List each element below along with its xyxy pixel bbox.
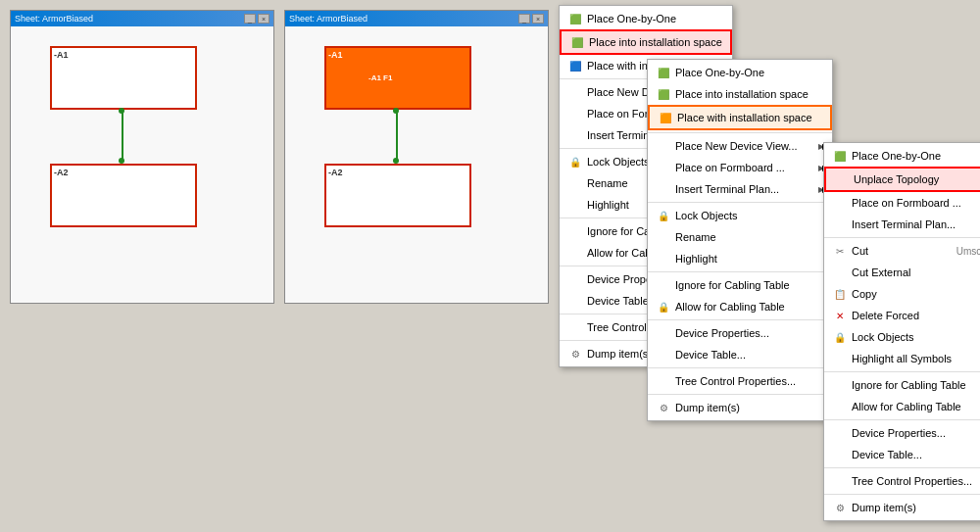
menu2-device-table[interactable]: Device Table...: [648, 344, 832, 365]
menu3-lock-objects[interactable]: 🔒 Lock Objects Strg+L: [824, 326, 980, 348]
menu3-cut-external[interactable]: Cut External: [824, 262, 980, 283]
menu2-label-formboard: Place on Formboard ...: [675, 162, 785, 173]
sep3-menu2: [648, 271, 832, 272]
sep5-menu2: [648, 367, 832, 368]
panel-close-1[interactable]: ×: [258, 14, 270, 24]
menu1-place-one-by-one[interactable]: 🟩 Place One-by-One: [560, 8, 732, 29]
tree-icon-2: [656, 373, 671, 389]
menu1-label-lock: Lock Objects: [587, 156, 650, 168]
menu2-label-rename: Rename: [675, 231, 716, 243]
device-a1-label-panel2: -A1: [328, 50, 343, 60]
menu3-tree-control[interactable]: Tree Control Properties...: [824, 470, 980, 492]
menu2-place-with-installation[interactable]: 🟧 Place with installation space: [648, 105, 832, 130]
menu2-place-new-device[interactable]: Place New Device View... ▶: [648, 135, 832, 157]
menu3-label-formboard: Place on Formboard ...: [852, 197, 961, 209]
menu2-lock-objects[interactable]: 🔒 Lock Objects: [648, 205, 832, 226]
connector-2: [396, 112, 398, 161]
panel-content-1: -A1 -A2: [11, 26, 273, 303]
menu1-place-into-installation[interactable]: 🟩 Place into installation space: [560, 29, 732, 55]
panel-minimize-2[interactable]: _: [518, 14, 530, 24]
diagram-panel-1: Sheet: ArmorBiased _ × -A1 -A2: [10, 10, 274, 304]
device-a1-panel1[interactable]: [50, 46, 197, 110]
menu3-place-one-by-one[interactable]: 🟩 Place One-by-One: [824, 145, 980, 167]
sep3-menu3: [824, 419, 980, 420]
menu1-label-dump: Dump item(s): [587, 348, 652, 360]
menu3-label-delete: Delete Forced: [852, 310, 919, 321]
menu2-device-props[interactable]: Device Properties...: [648, 322, 832, 344]
menu3-cut[interactable]: ✂ Cut Umschalt+Entf: [824, 240, 980, 262]
menu2-place-one-by-one[interactable]: 🟩 Place One-by-One: [648, 62, 832, 83]
menu3-label-lock: Lock Objects: [852, 331, 914, 343]
highlight-all-icon-3: [832, 351, 848, 366]
menu1-label-highlight: Highlight: [587, 199, 629, 211]
menu3-device-table[interactable]: Device Table...: [824, 444, 980, 465]
sep1-menu3: [824, 237, 980, 238]
unplace-icon-3: [834, 171, 850, 187]
menu2-place-formboard[interactable]: Place on Formboard ... ▶: [648, 157, 832, 178]
panel-winbtns-2: _ ×: [518, 14, 544, 24]
menu3-highlight-all[interactable]: Highlight all Symbols: [824, 348, 980, 369]
menu2-allow-cabling-table[interactable]: 🔒 Allow for Cabling Table: [648, 296, 832, 317]
terminal-icon-1: [567, 127, 583, 143]
dump-icon-3: ⚙: [832, 500, 848, 515]
ignore-cable-icon-1: [567, 223, 583, 239]
menu3-dump-items[interactable]: ⚙ Dump item(s): [824, 497, 980, 518]
sep2-menu2: [648, 202, 832, 203]
menu2-place-into-installation[interactable]: 🟩 Place into installation space: [648, 83, 832, 105]
panel-winbtns-1: _ ×: [244, 14, 270, 24]
formboard-icon-2: [656, 160, 671, 175]
place-new-icon-2: [656, 138, 671, 154]
lock-icon-1: 🔒: [567, 154, 583, 169]
menu3-place-formboard[interactable]: Place on Formboard ...: [824, 192, 980, 214]
menu2-ignore-cabling-table[interactable]: Ignore for Cabling Table: [648, 274, 832, 296]
menu3-ignore-cabling[interactable]: Ignore for Cabling Table: [824, 374, 980, 396]
dump-icon-2: ⚙: [656, 400, 671, 415]
diagram-panel-2: Sheet: ArmorBiased _ × -A1 -A1 F1 -A2: [284, 10, 549, 304]
menu2-label-place-into: Place into installation space: [675, 88, 808, 100]
connector-1: [122, 112, 123, 161]
menu3-insert-terminal[interactable]: Insert Terminal Plan...: [824, 214, 980, 235]
device-a2-panel2[interactable]: [324, 164, 471, 227]
menu3-label-terminal: Insert Terminal Plan...: [852, 218, 956, 230]
panel-title-1: Sheet: ArmorBiased: [15, 14, 93, 24]
device-a2-panel1[interactable]: [50, 164, 197, 227]
delete-icon-3: ✕: [832, 308, 848, 323]
device-table-icon-1: [567, 293, 583, 309]
menu2-tree-control[interactable]: Tree Control Properties...: [648, 370, 832, 392]
place-with-icon-1: 🟦: [567, 58, 583, 73]
menu3-delete-forced[interactable]: ✕ Delete Forced: [824, 305, 980, 326]
menu3-device-props[interactable]: Device Properties...: [824, 422, 980, 444]
panel-minimize-1[interactable]: _: [244, 14, 256, 24]
panel-title-2: Sheet: ArmorBiased: [289, 14, 368, 24]
tree-icon-3: [832, 473, 848, 489]
menu3-label-ignore-cabling: Ignore for Cabling Table: [852, 379, 966, 391]
menu3-label-place-one: Place One-by-One: [852, 150, 941, 162]
menu3-label-device-props: Device Properties...: [852, 427, 946, 439]
menu3-unplace-topology[interactable]: Unplace Topology: [824, 167, 980, 192]
menu2-label-device-props: Device Properties...: [675, 327, 769, 339]
lock-icon-3: 🔒: [832, 329, 848, 345]
panel-close-2[interactable]: ×: [532, 14, 544, 24]
menu1-label-rename: Rename: [587, 177, 628, 189]
menu2-label-terminal: Insert Terminal Plan...: [675, 183, 779, 195]
dump-icon-1: ⚙: [567, 346, 583, 362]
place-into-icon-1: 🟩: [569, 34, 585, 50]
menu2-label-tree: Tree Control Properties...: [675, 375, 796, 387]
terminal-icon-2: [656, 181, 671, 197]
menu2-label-lock: Lock Objects: [675, 210, 738, 221]
menu3-allow-cabling[interactable]: Allow for Cabling Table: [824, 396, 980, 417]
menu2-dump-items[interactable]: ⚙ Dump item(s): [648, 397, 832, 418]
sep4-menu3: [824, 467, 980, 468]
device-props-icon-1: [567, 271, 583, 287]
menu2-insert-terminal[interactable]: Insert Terminal Plan... ▶: [648, 178, 832, 200]
device-a1-panel2[interactable]: [324, 46, 471, 110]
cut-ext-icon-3: [832, 265, 848, 280]
place-with-icon-2: 🟧: [658, 110, 673, 125]
menu2-highlight[interactable]: Highlight: [648, 248, 832, 269]
menu3-label-cut: Cut: [852, 245, 868, 257]
menu2-label-dump: Dump item(s): [675, 402, 740, 413]
sep4-menu2: [648, 319, 832, 320]
menu3-copy[interactable]: 📋 Copy Strg+C: [824, 283, 980, 305]
menu2-rename[interactable]: Rename: [648, 226, 832, 248]
place-one-icon-2: 🟩: [656, 65, 671, 80]
